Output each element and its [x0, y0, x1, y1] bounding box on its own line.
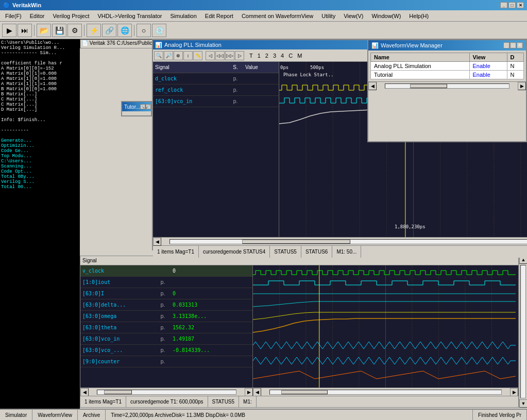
title-bar-buttons: _ □ ✕ — [500, 2, 524, 8]
minimize-button[interactable]: _ — [500, 2, 507, 8]
time-format-3: 3 — [271, 53, 278, 59]
signal-col-s: S. — [228, 64, 243, 70]
console-line: Info: $finish... — [1, 117, 79, 123]
vscroll-down[interactable]: ▼ — [519, 399, 527, 408]
maximize-button[interactable]: □ — [508, 2, 516, 8]
sig-state-vco2: p. — [155, 347, 171, 353]
signal-name-refclock: ref_clock — [153, 87, 228, 93]
signal-col-value: Value — [243, 64, 279, 70]
sig-row-omega[interactable]: [63:0]omega p. 3.13138e... — [80, 311, 252, 322]
signal-state-vcoin: p. — [228, 98, 243, 104]
sim2-scroll-track[interactable] — [97, 390, 236, 395]
circle-button[interactable]: ○ — [137, 24, 151, 37]
sig-state-delta: p. — [155, 302, 171, 308]
sim2-signal-list: v_clock 0 [1:0]iout p. [63:0]I p. 0 — [80, 265, 253, 396]
console-line: A Matrix[0][0]=-152 — [1, 66, 79, 71]
zoom-in-btn[interactable]: 🔍 — [154, 51, 163, 60]
sig-row-i[interactable]: [63:0]I p. 0 — [80, 288, 252, 299]
tutorial-btn1[interactable]: 🔍 — [140, 104, 145, 109]
sim2-wave-scroll-right[interactable]: ▶ — [510, 388, 518, 396]
console-line: Optimizin... — [1, 143, 79, 148]
menu-editor[interactable]: Editor — [26, 12, 49, 20]
sig-row-delta[interactable]: [63:0]delta... p. 0.031313 — [80, 299, 252, 311]
wfm-scroll-right[interactable]: ▶ — [518, 82, 526, 90]
play-button[interactable]: ▶ — [2, 24, 16, 37]
wfm-scroll-thumb[interactable] — [410, 84, 447, 88]
open-button[interactable]: 📂 — [37, 24, 51, 37]
wfm-minimize[interactable]: _ — [503, 42, 509, 48]
zoom-out-btn[interactable]: 🔎 — [164, 51, 173, 60]
sig-row-vco2[interactable]: [63:0]vco_... p. -0.814339... — [80, 345, 252, 356]
sig-row-vclock[interactable]: v_clock 0 — [80, 265, 252, 277]
wfm-scroll-left[interactable]: ◀ — [368, 82, 377, 90]
wfm-scroll-track[interactable] — [385, 83, 509, 89]
sig-row-counter[interactable]: [9:0]counter p. — [80, 356, 252, 367]
menu-window[interactable]: Window(W) — [367, 12, 405, 20]
wfm-icon: 📊 — [371, 42, 379, 49]
time-format-2: 2 — [263, 53, 270, 59]
step-button[interactable]: ⏭ — [18, 24, 32, 37]
measure-btn[interactable]: 📏 — [193, 51, 202, 60]
console-line — [1, 56, 79, 61]
wfm-scrollbar[interactable]: ◀ ▶ — [368, 81, 526, 90]
analog-status-4: STATUS6 — [301, 246, 333, 258]
wfm-maximize[interactable]: □ — [510, 42, 516, 48]
sim2-wave-hscroll[interactable]: ◀ ▶ — [253, 388, 518, 396]
menu-view[interactable]: View(V) — [339, 12, 367, 20]
nav-btn4[interactable]: ▷ — [235, 51, 244, 60]
connect-button[interactable]: 🔗 — [102, 24, 116, 37]
menu-file[interactable]: File(F) — [1, 12, 26, 20]
signal-name-dclock: d_clock — [153, 76, 228, 81]
sim2-scroll-left[interactable]: ◀ — [80, 388, 89, 396]
net-button[interactable]: 🌐 — [117, 24, 132, 37]
menu-vhdl[interactable]: VHDL->Verilog Translator — [93, 12, 166, 20]
signal-row-vcoin[interactable]: [63:0]vco_in p. — [153, 96, 279, 107]
sim2-scroll-right[interactable]: ▶ — [245, 388, 253, 396]
analog-hscroll[interactable]: ◀ ▶ — [153, 237, 527, 245]
analog-scroll-thumb[interactable] — [242, 240, 350, 244]
sig-row-vcoin2[interactable]: [63:0]vco_in p. 1.49187 — [80, 333, 252, 345]
console-line: Code Opt... — [1, 169, 79, 174]
nav-btn3[interactable]: ▷▷ — [225, 51, 234, 60]
menu-help[interactable]: Help(H) — [405, 12, 433, 20]
zoom-fit-btn[interactable]: ⊕ — [174, 51, 183, 60]
sig-row-iout[interactable]: [1:0]iout p. — [80, 277, 252, 288]
status-waveformview[interactable]: WaveformView — [32, 410, 78, 420]
save2-button[interactable]: 💿 — [152, 24, 166, 37]
signal-row-dclock[interactable]: d_clock p. — [153, 73, 279, 85]
toolbar: ▶ ⏭ 📂 💾 ⚙ ⚡ 🔗 🌐 ○ 💿 — [0, 22, 527, 39]
wfm-title-bar: 📊 WaveformView Manager _ □ ✕ — [368, 40, 526, 51]
nav-btn1[interactable]: ◁ — [206, 51, 215, 60]
compile-button[interactable]: ⚡ — [87, 24, 101, 37]
menu-verilog[interactable]: Verilog Project — [49, 12, 94, 20]
sig-name-iout: [1:0]iout — [80, 279, 155, 285]
close-button[interactable]: ✕ — [517, 2, 524, 8]
signal-row-refclock[interactable]: ref_clock p. — [153, 85, 279, 96]
nav-btn2[interactable]: ◁◁ — [215, 51, 225, 60]
console-line: A Matrix[1][1]=1.000 — [1, 81, 79, 87]
sig-row-theta[interactable]: [63:0]theta p. 1562.32 — [80, 322, 252, 333]
save-button[interactable]: 💾 — [52, 24, 66, 37]
menu-simulation[interactable]: Simulation — [166, 12, 201, 20]
sim2-wave-scroll-track[interactable] — [269, 390, 502, 395]
sim2-hscroll[interactable]: ◀ ▶ — [80, 388, 253, 396]
status-archive[interactable]: Archive — [78, 410, 106, 420]
sim2-wave-display — [253, 265, 518, 396]
analog-scroll-track[interactable] — [169, 239, 527, 244]
sim2-status-3: STATUS5 — [208, 396, 240, 407]
gear-button[interactable]: ⚙ — [67, 24, 82, 37]
sim2-wave-scroll-thumb[interactable] — [281, 390, 328, 394]
analog-scroll-left[interactable]: ◀ — [153, 238, 161, 246]
menu-utility[interactable]: Utility — [317, 12, 339, 20]
menu-edit-report[interactable]: Edit Report — [201, 12, 237, 20]
vscroll-track[interactable] — [520, 265, 526, 398]
wfm-close[interactable]: ✕ — [517, 42, 523, 48]
sig-val-delta: 0.031313 — [171, 302, 252, 308]
cursor-btn[interactable]: ↕ — [183, 51, 193, 60]
sim2-wave-scroll-left[interactable]: ◀ — [253, 388, 261, 396]
tutorial-btn2[interactable]: 🔎 — [146, 104, 151, 109]
menu-comment[interactable]: Comment on WaveformView — [237, 12, 317, 20]
right-vscroll[interactable]: ▲ ▼ — [519, 256, 527, 408]
status-simulator[interactable]: Simulator — [0, 410, 32, 420]
sim2-scroll-thumb[interactable] — [104, 390, 132, 394]
